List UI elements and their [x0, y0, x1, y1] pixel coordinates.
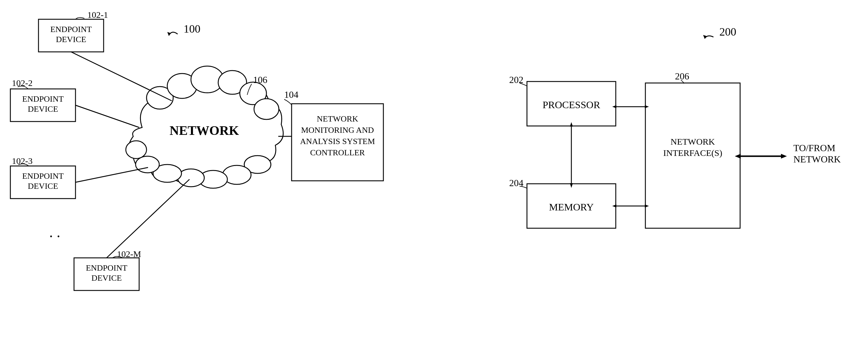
svg-point-5 — [254, 99, 279, 119]
epm-cloud-line — [106, 179, 189, 258]
processor-label: PROCESSOR — [542, 99, 600, 110]
network-interface-label1: NETWORK — [671, 137, 715, 146]
fig1-arrowhead — [167, 32, 171, 35]
ep1-cloud-line — [71, 52, 172, 101]
controller-ref: 104 — [284, 89, 299, 100]
endpoint-device-m-label1: ENDPOINT — [86, 263, 127, 272]
svg-point-12 — [126, 141, 147, 159]
ep3-cloud-line — [75, 167, 148, 182]
svg-point-11 — [135, 156, 159, 173]
tofrom-label1: TO/FROM — [794, 143, 835, 153]
network-ref: 106 — [253, 75, 267, 85]
network-label: NETWORK — [169, 123, 239, 138]
endpoint-device-3-label1: ENDPOINT — [22, 171, 64, 180]
endpoint-device-m-label2: DEVICE — [91, 273, 122, 282]
endpoint-device-3-ref: 102-3 — [12, 156, 33, 166]
diagram-container: 100 ENDPOINT DEVICE 102-1 ENDPOINT DEVIC… — [0, 0, 868, 337]
controller-label4: CONTROLLER — [310, 148, 365, 157]
controller-label2: MONITORING AND — [301, 125, 374, 135]
tofrom-arrowhead-right — [781, 154, 787, 159]
endpoint-device-3-label2: DEVICE — [28, 181, 58, 191]
ellipsis-dots: . . — [49, 224, 60, 241]
network-interface-ref: 206 — [675, 71, 689, 82]
endpoint-device-m-ref: 102-M — [117, 249, 141, 259]
controller-label3: ANALYSIS SYSTEM — [300, 137, 375, 146]
endpoint-device-2-label2: DEVICE — [28, 104, 58, 114]
endpoint-device-1-ref: 102-1 — [87, 10, 108, 20]
endpoint-device-1-label2: DEVICE — [56, 35, 87, 44]
fig2-label: 200 — [719, 26, 736, 38]
memory-label: MEMORY — [549, 201, 594, 213]
fig1-label: 100 — [184, 23, 200, 35]
endpoint-device-1-label1: ENDPOINT — [50, 25, 92, 34]
network-interface-label2: INTERFACE(S) — [663, 148, 722, 158]
controller-label1: NETWORK — [317, 114, 358, 123]
ep2-cloud-line — [75, 105, 139, 128]
endpoint-device-2-label1: ENDPOINT — [22, 94, 64, 104]
tofrom-label2: NETWORK — [794, 154, 841, 165]
